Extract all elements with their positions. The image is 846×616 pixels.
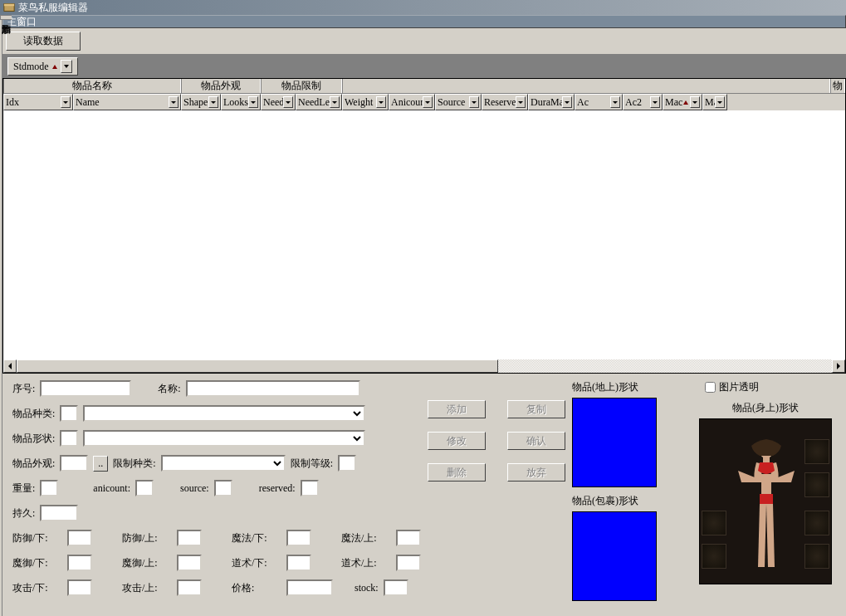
column-header-shape[interactable]: Shape xyxy=(181,94,221,110)
column-header-anicoun[interactable]: Anicoun xyxy=(389,94,435,110)
durability-input[interactable] xyxy=(40,505,78,521)
read-data-button[interactable]: 读取数据 xyxy=(6,32,81,51)
label-bag-preview: 物品(包裹)形状 xyxy=(572,494,688,508)
item-shape-code[interactable] xyxy=(60,430,78,447)
add-button[interactable]: 添加 xyxy=(428,400,486,418)
column-header-needlev[interactable]: NeedLev xyxy=(296,94,342,110)
label-mdef-high: 魔御/上: xyxy=(122,556,172,570)
column-header-ac2[interactable]: Ac2 xyxy=(623,94,663,110)
weight-input[interactable] xyxy=(40,480,58,496)
scroll-right-button[interactable] xyxy=(832,359,845,373)
chevron-down-icon[interactable] xyxy=(562,96,572,108)
label-def-high: 防御/上: xyxy=(122,531,172,545)
delete-button[interactable]: 删除 xyxy=(428,463,486,482)
bag-preview xyxy=(572,511,657,601)
column-header-reserve[interactable]: Reserve xyxy=(482,94,528,110)
def-low-input[interactable] xyxy=(67,530,92,546)
tao-high-input[interactable] xyxy=(396,555,421,571)
equip-slot-ring-right[interactable] xyxy=(804,511,829,535)
chevron-down-icon[interactable] xyxy=(690,96,700,108)
label-limit-level: 限制等级: xyxy=(291,457,333,471)
limit-type-select[interactable] xyxy=(161,455,286,472)
stdmode-dropdown[interactable]: Stdmode xyxy=(7,57,78,76)
chevron-down-icon[interactable] xyxy=(610,96,620,108)
column-header-idx[interactable]: Idx xyxy=(3,94,73,110)
magic-high-input[interactable] xyxy=(396,530,421,546)
abandon-button[interactable]: 放弃 xyxy=(507,463,565,482)
chevron-down-icon[interactable] xyxy=(169,96,178,108)
column-header-ac[interactable]: Ac xyxy=(575,94,623,110)
grid-body[interactable] xyxy=(3,110,845,359)
limit-level-input[interactable] xyxy=(338,455,356,472)
price-input[interactable] xyxy=(286,579,333,596)
reserved-input[interactable] xyxy=(301,480,319,496)
equip-slot-weapon[interactable] xyxy=(804,472,829,497)
name-input[interactable] xyxy=(186,380,360,397)
label-tao-high: 道术/上: xyxy=(341,556,391,570)
tao-low-input[interactable] xyxy=(286,555,311,571)
item-type-select[interactable] xyxy=(83,405,365,422)
item-shape-select[interactable] xyxy=(83,430,365,447)
scroll-track[interactable] xyxy=(17,359,832,373)
svg-rect-1 xyxy=(4,4,14,7)
chevron-down-icon[interactable] xyxy=(330,96,340,108)
transparent-checkbox[interactable] xyxy=(705,382,716,393)
scroll-left-button[interactable] xyxy=(3,359,17,373)
atk-low-input[interactable] xyxy=(67,579,92,596)
label-ground-preview: 物品(地上)形状 xyxy=(572,380,688,394)
column-header-name[interactable]: Name xyxy=(73,94,181,110)
horizontal-scrollbar[interactable] xyxy=(3,359,845,373)
app-title: 菜鸟私服编辑器 xyxy=(18,1,88,15)
item-type-code[interactable] xyxy=(60,405,78,422)
chevron-down-icon[interactable] xyxy=(248,96,258,108)
chevron-down-icon[interactable] xyxy=(715,96,725,108)
group-header-appearance: 物品外观 xyxy=(181,79,261,93)
chevron-down-icon[interactable] xyxy=(61,96,71,108)
anicount-input[interactable] xyxy=(135,480,154,496)
stock-input[interactable] xyxy=(384,579,408,596)
source-input[interactable] xyxy=(214,480,232,496)
equip-slot-ring-left[interactable] xyxy=(702,511,726,535)
def-high-input[interactable] xyxy=(177,530,202,546)
chevron-down-icon[interactable] xyxy=(423,96,433,108)
mdef-low-input[interactable] xyxy=(67,555,92,571)
confirm-button[interactable]: 确认 xyxy=(507,432,565,450)
column-header-mac[interactable]: Mac xyxy=(702,94,727,110)
magic-low-input[interactable] xyxy=(286,530,311,546)
column-header-need[interactable]: Need xyxy=(261,94,296,110)
column-header-weight[interactable]: Weight xyxy=(342,94,389,110)
chevron-down-icon[interactable] xyxy=(376,96,386,108)
equip-slot-bracelet-right[interactable] xyxy=(804,544,829,569)
label-anicount: anicount: xyxy=(93,482,130,495)
chevron-down-icon[interactable] xyxy=(283,96,293,108)
chevron-down-icon[interactable] xyxy=(516,96,526,108)
column-header-mac[interactable]: Mac xyxy=(663,94,702,110)
column-header-duramax[interactable]: DuraMax xyxy=(528,94,575,110)
equip-slot-bracelet-left[interactable] xyxy=(702,544,726,569)
copy-button[interactable]: 复制 xyxy=(507,400,565,418)
mdef-high-input[interactable] xyxy=(177,555,202,571)
label-body-preview: 物品(身上)形状 xyxy=(732,401,799,415)
label-item-shape: 物品形状: xyxy=(12,432,55,446)
equip-slot-necklace[interactable] xyxy=(804,439,829,464)
label-magic-low: 魔法/下: xyxy=(232,531,281,545)
chevron-down-icon[interactable] xyxy=(208,96,218,108)
item-look-browse[interactable]: .. xyxy=(93,456,108,472)
label-def-low: 防御/下: xyxy=(12,531,62,545)
modify-button[interactable]: 修改 xyxy=(428,432,486,450)
serial-input[interactable] xyxy=(40,380,131,397)
form-area: 序号: 名称: 物品种类: 物品形状: 物品外观: xyxy=(2,374,846,611)
atk-high-input[interactable] xyxy=(177,579,202,596)
ground-preview xyxy=(572,398,657,487)
item-look-spinner[interactable] xyxy=(60,455,88,472)
sidebar-tab[interactable]: 添加删除 xyxy=(0,15,2,616)
label-reserved: reserved: xyxy=(259,482,296,495)
group-header-other: 物 xyxy=(830,79,845,93)
column-header-source[interactable]: Source xyxy=(435,94,482,110)
scroll-thumb[interactable] xyxy=(17,359,498,373)
chevron-down-icon[interactable] xyxy=(469,96,479,108)
label-magic-high: 魔法/上: xyxy=(341,531,391,545)
group-header-spacer xyxy=(342,79,830,93)
column-header-looks[interactable]: Looks xyxy=(221,94,261,110)
chevron-down-icon[interactable] xyxy=(650,96,660,108)
